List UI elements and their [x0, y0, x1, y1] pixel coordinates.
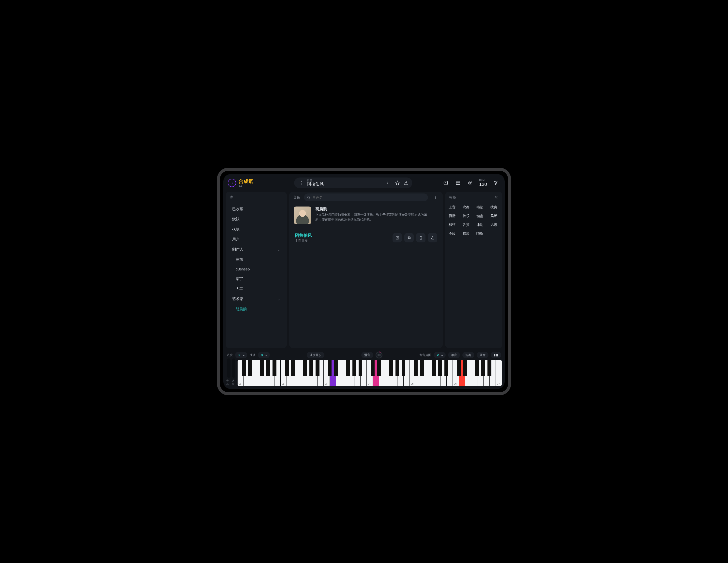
add-preset-button[interactable]: ＋ [432, 194, 439, 201]
white-key[interactable] [244, 360, 250, 386]
edit-button[interactable] [393, 233, 402, 243]
white-key[interactable] [459, 360, 465, 386]
sidebar-item[interactable]: 默认 [227, 214, 285, 224]
white-key[interactable] [428, 360, 434, 386]
tag-chip[interactable]: 和弦 [449, 223, 457, 227]
tag-chip[interactable]: 键盘 [476, 214, 485, 218]
white-key[interactable] [354, 360, 361, 386]
piano-keyboard[interactable]: C1C2C3C4C5C6C7 [238, 360, 502, 386]
white-key[interactable] [391, 360, 397, 386]
white-key[interactable] [385, 360, 391, 386]
sidebar-group[interactable]: 艺术家⌄ [227, 294, 285, 304]
white-key[interactable] [379, 360, 385, 386]
sidebar-item[interactable]: 胡晨韵 [227, 304, 285, 314]
mod-wheel[interactable] [232, 358, 235, 378]
white-key[interactable] [447, 360, 453, 386]
preset-display[interactable]: 音色 阿拉伯风 [305, 179, 383, 187]
voice-layers-icon[interactable] [467, 180, 474, 186]
white-key[interactable] [318, 360, 324, 386]
white-key[interactable] [490, 360, 496, 386]
white-key[interactable] [477, 360, 484, 386]
tag-chip[interactable]: 温暖 [490, 223, 499, 227]
white-key[interactable] [250, 360, 256, 386]
storage-icon[interactable] [455, 180, 461, 186]
prev-preset-button[interactable]: 〈 [297, 179, 303, 187]
tag-chip[interactable]: 风琴 [490, 214, 499, 218]
bend-range-stepper[interactable]: 2 ▴▾ [434, 352, 446, 358]
tag-chip[interactable]: 吹奏 [463, 205, 471, 210]
bpm-control[interactable]: BPM 120 [479, 179, 487, 187]
white-key[interactable]: C1 [238, 360, 244, 386]
white-key[interactable]: C4 [367, 360, 373, 386]
search-input[interactable] [312, 196, 425, 200]
white-key[interactable] [416, 360, 422, 386]
white-key[interactable] [440, 360, 447, 386]
white-key[interactable] [287, 360, 293, 386]
sidebar-item[interactable]: 已收藏 [227, 204, 285, 214]
white-key[interactable] [434, 360, 440, 386]
pitch-wheel[interactable] [227, 358, 230, 378]
tag-chip[interactable]: 贝斯 [449, 214, 457, 218]
sidebar-item[interactable]: 大喜 [227, 284, 285, 294]
white-key[interactable] [342, 360, 348, 386]
sustain-button[interactable]: 延音 [477, 352, 488, 358]
white-key[interactable]: C6 [453, 360, 459, 386]
octave-stepper[interactable]: 0 ▴▾ [235, 352, 247, 358]
tag-chip[interactable]: 铺垫 [476, 205, 485, 210]
delete-button[interactable] [416, 233, 425, 243]
preset-search[interactable] [304, 194, 428, 201]
keyboard-view-button[interactable]: ▮▮▮ [491, 352, 501, 358]
transpose-stepper[interactable]: 0 ▴▾ [258, 352, 270, 358]
white-key[interactable] [274, 360, 281, 386]
white-key[interactable] [465, 360, 471, 386]
white-key[interactable]: C3 [324, 360, 330, 386]
white-key[interactable] [268, 360, 274, 386]
white-key[interactable]: C2 [281, 360, 287, 386]
tag-chip[interactable]: 冷峻 [449, 232, 457, 236]
sidebar-item[interactable]: dBsheep [227, 265, 285, 274]
white-key[interactable] [397, 360, 404, 386]
white-key[interactable] [404, 360, 410, 386]
white-key[interactable] [330, 360, 336, 386]
share-button[interactable] [428, 233, 437, 243]
white-key[interactable] [311, 360, 318, 386]
sidebar-item[interactable]: 用户 [227, 234, 285, 245]
tag-chip[interactable]: 律动 [476, 223, 485, 227]
sidebar-item[interactable]: 黄旭 [227, 255, 285, 265]
white-key[interactable] [471, 360, 477, 386]
white-key[interactable]: C5 [410, 360, 416, 386]
white-key[interactable] [336, 360, 342, 386]
preset-list-item[interactable]: 阿拉伯风 主音 吹奏 [292, 230, 440, 246]
white-key[interactable]: C7 [496, 360, 502, 386]
legato-button[interactable]: 连奏 [462, 352, 474, 358]
tag-chip[interactable]: 拨奏 [490, 205, 499, 210]
white-key[interactable] [299, 360, 305, 386]
sidebar-item[interactable]: 模板 [227, 224, 285, 234]
tag-chip[interactable]: 舌簧 [463, 223, 471, 227]
white-key[interactable] [262, 360, 268, 386]
white-key[interactable] [422, 360, 428, 386]
sidebar-item[interactable]: 覃宇 [227, 274, 285, 284]
white-key[interactable] [305, 360, 311, 386]
white-key[interactable] [348, 360, 354, 386]
glide-dial[interactable]: 0.0 [376, 351, 382, 358]
favorite-star-icon[interactable] [394, 180, 401, 186]
alert-icon[interactable] [442, 180, 449, 186]
glide-button[interactable]: 滑音 [361, 352, 373, 358]
tempo-sync-button[interactable]: 速度同步 [307, 352, 324, 358]
sidebar-group[interactable]: 制作人⌄ [227, 245, 285, 255]
next-preset-button[interactable]: 〉 [385, 179, 392, 187]
clear-tags-icon[interactable] [494, 195, 498, 200]
tag-chip[interactable]: 嘈杂 [476, 232, 485, 236]
tag-chip[interactable]: 弦乐 [463, 214, 471, 218]
white-key[interactable] [293, 360, 299, 386]
white-key[interactable] [484, 360, 490, 386]
download-icon[interactable] [403, 180, 410, 186]
white-key[interactable] [256, 360, 262, 386]
duplicate-button[interactable] [404, 233, 414, 243]
white-key[interactable] [361, 360, 367, 386]
tag-chip[interactable]: 主音 [449, 205, 457, 210]
white-key[interactable] [373, 360, 379, 386]
settings-sliders-icon[interactable] [492, 180, 499, 186]
tag-chip[interactable]: 暗淡 [463, 232, 471, 236]
